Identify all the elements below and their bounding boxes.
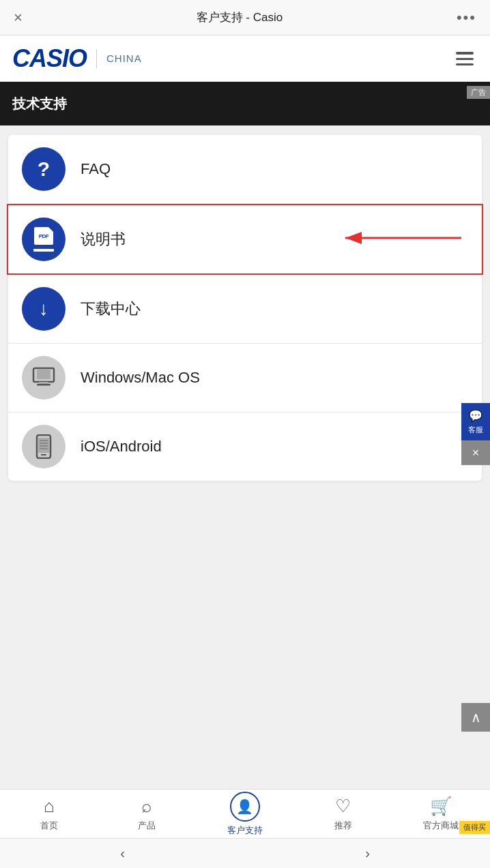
menu-item-ios[interactable]: iOS/Android bbox=[8, 413, 482, 481]
site-header: CASIO CHINA bbox=[0, 35, 490, 82]
ios-label: iOS/Android bbox=[81, 438, 162, 455]
nav-item-home[interactable]: ⌂ 首页 bbox=[0, 796, 98, 832]
hamburger-line-3 bbox=[456, 63, 474, 65]
nav-item-support[interactable]: 👤 客户支持 bbox=[196, 792, 294, 837]
svg-rect-7 bbox=[38, 438, 49, 453]
phone-icon bbox=[33, 434, 54, 459]
menu-item-manual[interactable]: PDF 说明书 bbox=[7, 204, 483, 275]
menu-item-windows[interactable]: Windows/Mac OS bbox=[8, 344, 482, 413]
back-arrow-button[interactable]: ‹ bbox=[120, 845, 125, 861]
heart-icon: ♡ bbox=[335, 796, 351, 817]
download-label: 下载中心 bbox=[81, 299, 141, 319]
computer-icon bbox=[31, 367, 56, 389]
back-to-top-icon: ∧ bbox=[471, 709, 481, 725]
browser-bottom-bar: ‹ › bbox=[0, 838, 490, 868]
menu-item-download[interactable]: ↓ 下载中心 bbox=[8, 275, 482, 344]
menu-item-faq[interactable]: ? FAQ bbox=[8, 135, 482, 204]
nav-product-label: 产品 bbox=[138, 820, 156, 832]
manual-icon-circle: PDF bbox=[22, 218, 66, 261]
close-button[interactable]: × bbox=[14, 9, 23, 27]
page-title: 客户支持 - Casio bbox=[197, 10, 283, 25]
bottom-nav: ⌂ 首页 ⌕ 产品 👤 客户支持 ♡ 推荐 🛒 官方商城 bbox=[0, 789, 490, 838]
cs-chat-button[interactable]: 💬 客服 bbox=[461, 403, 490, 441]
hamburger-menu-button[interactable] bbox=[452, 46, 478, 72]
content-card: ? FAQ PDF 说明书 bbox=[8, 135, 482, 481]
browser-bar: × 客户支持 - Casio ••• bbox=[0, 0, 490, 35]
svg-rect-3 bbox=[37, 370, 51, 379]
faq-icon: ? bbox=[38, 158, 50, 181]
chat-icon: 💬 bbox=[464, 408, 487, 423]
pdf-icon: PDF bbox=[31, 227, 56, 252]
nav-item-product[interactable]: ⌕ 产品 bbox=[98, 796, 197, 832]
header-left: CASIO CHINA bbox=[12, 44, 142, 73]
nav-support-label: 客户支持 bbox=[227, 824, 263, 837]
download-icon-circle: ↓ bbox=[22, 287, 66, 331]
tech-banner: 技术支持 广告 bbox=[0, 82, 490, 125]
home-icon: ⌂ bbox=[44, 796, 55, 817]
nav-item-recommend[interactable]: ♡ 推荐 bbox=[294, 796, 392, 832]
manual-label: 说明书 bbox=[81, 229, 126, 250]
tech-banner-title: 技术支持 bbox=[12, 95, 67, 113]
svg-rect-5 bbox=[37, 384, 51, 386]
nav-shop-label: 官方商城 bbox=[423, 820, 459, 832]
header-region: CHINA bbox=[106, 53, 142, 64]
header-divider bbox=[96, 49, 97, 68]
nav-recommend-label: 推荐 bbox=[334, 820, 352, 832]
cs-label: 客服 bbox=[464, 425, 487, 435]
svg-rect-8 bbox=[41, 454, 46, 455]
casio-logo[interactable]: CASIO bbox=[12, 44, 87, 73]
nav-home-label: 首页 bbox=[40, 820, 58, 832]
watermark: 值得买 bbox=[459, 821, 490, 834]
hamburger-line-2 bbox=[456, 58, 474, 60]
hamburger-line-1 bbox=[456, 52, 474, 55]
download-icon: ↓ bbox=[39, 298, 48, 320]
cart-icon: 🛒 bbox=[430, 796, 452, 817]
annotation-arrow bbox=[332, 224, 468, 254]
svg-rect-4 bbox=[39, 382, 48, 384]
back-to-top-button[interactable]: ∧ bbox=[461, 703, 490, 732]
forward-arrow-button[interactable]: › bbox=[365, 845, 370, 861]
more-button[interactable]: ••• bbox=[457, 9, 476, 27]
cs-close-button[interactable]: × bbox=[461, 440, 490, 465]
cs-close-icon: × bbox=[472, 446, 480, 460]
phone-icon-circle bbox=[22, 425, 66, 468]
support-icon: 👤 bbox=[230, 792, 260, 822]
search-icon: ⌕ bbox=[141, 796, 152, 817]
cs-widget: 💬 客服 × bbox=[461, 403, 490, 466]
computer-icon-circle bbox=[22, 356, 66, 400]
faq-label: FAQ bbox=[81, 160, 111, 178]
windows-label: Windows/Mac OS bbox=[81, 369, 200, 387]
ad-badge: 广告 bbox=[467, 86, 490, 99]
faq-icon-circle: ? bbox=[22, 147, 66, 191]
